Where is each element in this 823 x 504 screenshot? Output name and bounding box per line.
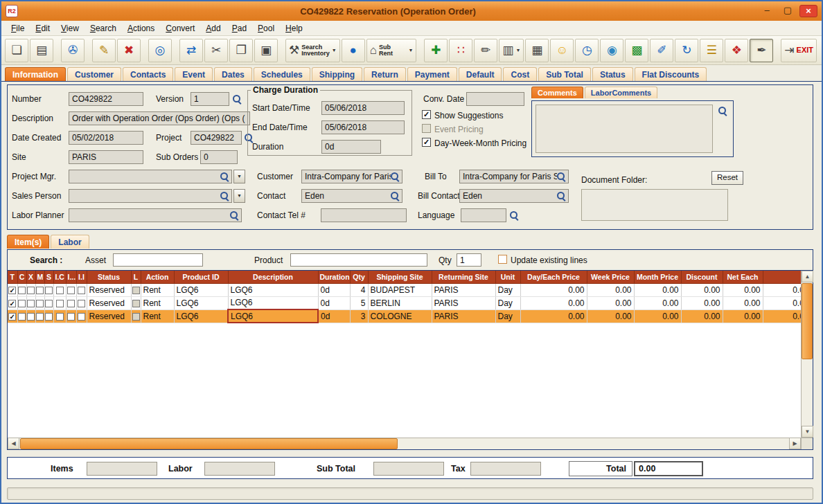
contact-tel-field[interactable] [321,208,407,222]
cell-checkbox[interactable] [44,309,53,323]
column-header-c[interactable]: C [17,271,26,283]
tab-contacts[interactable]: Contacts [123,67,173,81]
cell-checkbox[interactable] [35,283,44,296]
chevron-down-icon[interactable]: ▼ [515,48,520,53]
cell-checkbox[interactable] [76,309,87,323]
column-header-m[interactable]: M [35,271,44,283]
contact-search-icon[interactable] [390,191,400,201]
row-checkbox[interactable] [27,313,35,321]
bill-contact-search-icon[interactable] [556,191,566,201]
cell-checkbox[interactable] [17,296,26,309]
edit-note-button[interactable]: ✐ [650,39,673,62]
horizontal-scroll-thumb[interactable] [20,438,398,449]
cell-net-each[interactable]: 0.00 [723,283,763,296]
cell-checkbox[interactable] [26,296,35,309]
product-search-input[interactable] [290,253,427,267]
column-header-l[interactable]: L [131,271,141,283]
row-checkbox[interactable] [36,300,44,307]
start-date-field[interactable] [321,101,405,115]
horizontal-scrollbar[interactable]: ◀ ▶ [8,438,801,449]
cell-checkbox[interactable] [17,283,26,296]
language-field[interactable] [461,208,506,222]
cell-discount[interactable]: 0.00 [681,283,723,296]
tab-cost[interactable]: Cost [503,67,537,81]
tab-information[interactable]: Information [5,67,66,81]
delete-button[interactable]: ✖ [117,39,141,62]
scroll-up-icon[interactable]: ▲ [802,271,813,282]
l-checkbox[interactable] [132,300,140,307]
scroll-left-icon[interactable]: ◀ [8,438,19,449]
column-header-product-id[interactable]: Product ID [174,271,228,283]
cell-checkbox[interactable]: ✓ [8,309,17,323]
vertical-scroll-thumb[interactable] [802,283,813,359]
description-field[interactable] [69,111,250,125]
cell-shipping-site[interactable]: BERLIN [368,296,432,309]
save-button[interactable]: ✇ [61,39,85,62]
cell-day-each[interactable]: 0.00 [520,283,587,296]
smiley-button[interactable]: ☺ [550,39,574,62]
exit-button[interactable]: ⇥EXIT [781,39,817,62]
cell-status[interactable]: Reserved [87,309,131,323]
column-header-status[interactable]: Status [87,271,131,283]
customer-field[interactable] [301,170,402,183]
cubes-button[interactable]: ▩ [625,39,648,62]
pool-balls-button[interactable]: ∷ [449,39,472,62]
chevron-down-icon[interactable]: ▼ [332,48,337,53]
chevron-down-icon[interactable]: ▼ [408,48,413,53]
column-header-action[interactable]: Action [141,271,174,283]
cell-discount[interactable]: 0.00 [681,296,723,309]
row-checkbox[interactable] [27,300,35,307]
tab-item-s[interactable]: Item(s) [7,235,49,249]
tab-labor[interactable]: Labor [51,235,89,249]
tab-payment[interactable]: Payment [407,67,457,81]
cell-product-id[interactable]: LGQ6 [174,283,228,296]
row-checkbox[interactable] [67,300,75,307]
tab-sub-total[interactable]: Sub Total [538,67,591,81]
cell-net-each[interactable]: 0.00 [723,296,763,309]
column-header-shipping-site[interactable]: Shipping Site [368,271,432,283]
column-header-i-i[interactable]: I.I [76,271,87,283]
row-checkbox[interactable] [18,313,26,321]
cell-checkbox[interactable] [66,309,76,323]
tab-return[interactable]: Return [364,67,406,81]
cell-unit[interactable]: Day [495,309,520,323]
sales-person-search-icon[interactable] [220,191,229,201]
row-checkbox[interactable] [78,287,85,294]
column-header-qty[interactable]: Qty [350,271,368,283]
schedule-button[interactable]: ◷ [575,39,599,62]
cell-duration[interactable]: 0d [318,296,350,309]
maximize-button[interactable]: ▢ [779,5,797,17]
row-checkbox[interactable]: ✓ [8,287,16,294]
menu-convert[interactable]: Convert [160,22,200,35]
cell-day-each[interactable]: 0.00 [520,309,587,323]
column-header-i-c[interactable]: I.C [53,271,66,283]
row-checkbox[interactable] [67,313,75,321]
cell-qty[interactable]: 4 [350,283,368,296]
billing-list-button[interactable]: ☰ [700,39,723,62]
add-button[interactable]: ✚ [424,39,448,62]
table-row[interactable]: ✓ReservedRentLGQ6LGQ60d5BERLINPARISDay0.… [8,296,811,309]
column-header-returning-site[interactable]: Returning Site [432,271,495,283]
cell-status[interactable]: Reserved [87,296,131,309]
tab-event[interactable]: Event [175,67,213,81]
column-header-s[interactable]: S [44,271,53,283]
copy-button[interactable]: ❐ [229,39,253,62]
cell-duration[interactable]: 0d [318,283,350,296]
disc-button[interactable]: ◉ [600,39,623,62]
row-checkbox[interactable] [67,287,75,294]
l-checkbox[interactable] [132,313,140,321]
document-folder-box[interactable] [581,189,728,221]
row-checkbox[interactable] [27,287,35,294]
row-checkbox[interactable] [36,287,44,294]
menu-view[interactable]: View [55,22,85,35]
end-date-field[interactable] [321,120,405,134]
cell-checkbox[interactable] [35,296,44,309]
menu-search[interactable]: Search [85,22,122,35]
sales-person-field[interactable] [69,189,232,203]
column-header-i[interactable]: I... [66,271,76,283]
pad-button[interactable]: ▥▼ [499,39,524,62]
table-row[interactable]: ✓ReservedRentLGQ6LGQ60d4BUDAPESTPARISDay… [8,283,811,296]
vertical-scrollbar[interactable]: ▲ ▼ [801,271,813,438]
cell-action[interactable]: Rent [141,283,174,296]
project-mgr-field[interactable] [69,170,232,183]
